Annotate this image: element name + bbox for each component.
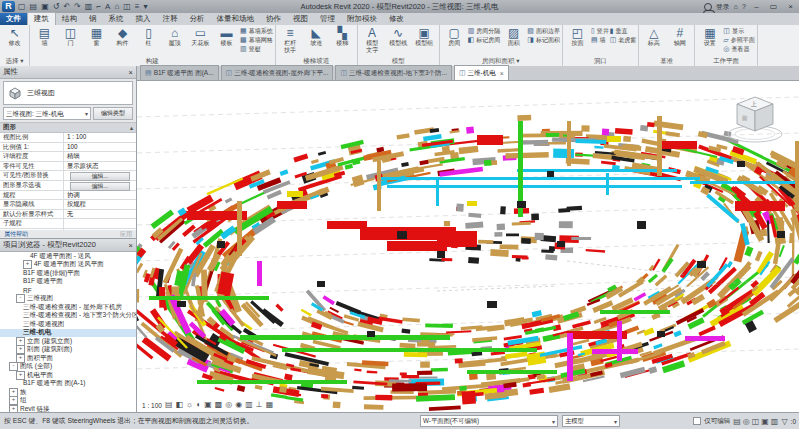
tool-button[interactable]: ▦设置 [697, 26, 722, 47]
ribbon-tab[interactable]: 修改 [383, 13, 410, 25]
minimize-button[interactable]: – [750, 0, 763, 13]
ribbon-tab[interactable]: 协作 [260, 13, 287, 25]
visual-style-icon[interactable]: ◧ [175, 400, 183, 410]
ribbon-tab[interactable]: 插入 [130, 13, 157, 25]
property-value[interactable]: 无 [64, 210, 136, 219]
view-cube[interactable]: 上 前 [723, 87, 787, 145]
detail-level-icon[interactable]: ▤ [165, 400, 173, 410]
property-value[interactable]: 显示原状态 [64, 162, 136, 171]
tool-button[interactable]: ◫门 [58, 26, 83, 47]
ribbon-panel-label[interactable]: 工作平面 [695, 55, 756, 66]
tool-button[interactable]: ▯竖井 [591, 27, 609, 35]
tool-button[interactable]: ◎查看器 [723, 45, 754, 53]
tool-button[interactable]: A模型 文字 [360, 26, 385, 53]
worksharing-display-icon[interactable]: ▦ [266, 400, 274, 410]
signin-button[interactable]: 登录 [716, 2, 730, 12]
property-value[interactable]: 100 [64, 143, 136, 152]
tool-button[interactable]: ▤墙 [591, 36, 609, 44]
ribbon-tab[interactable]: 体量和场地 [211, 13, 261, 25]
tool-button[interactable]: ▮垂直 [610, 27, 637, 35]
tree-item[interactable]: +剖面 (建筑剖面) [0, 346, 136, 355]
tree-item[interactable]: B1F 暖通平面 图(A-1) [0, 380, 136, 389]
tree-item[interactable]: B1F 暖通平面 [0, 278, 136, 287]
tool-button[interactable]: ↖修改 [2, 26, 27, 47]
tool-button[interactable]: ◣坡道 [304, 26, 329, 47]
ribbon-tab[interactable]: 分析 [184, 13, 211, 25]
view-tab[interactable]: ◫三维-暖通检查视图-屋外廊下平... [221, 65, 334, 80]
ribbon-tab[interactable]: 附加模块 [341, 13, 383, 25]
tool-button[interactable]: #轴网 [667, 26, 692, 47]
tool-button[interactable]: ≡栏杆 扶手 [278, 26, 303, 53]
tree-item[interactable]: +Revit 链接 [0, 405, 136, 412]
tree-item[interactable]: 三维-机电 [0, 329, 136, 338]
filter-icon[interactable]: ▽ [781, 417, 787, 426]
section-graphics[interactable]: 图形 [3, 123, 16, 132]
crop-view-icon[interactable]: ▣ [204, 400, 212, 410]
reveal-hidden-icon[interactable]: ◉ [235, 400, 242, 410]
tool-button[interactable]: ▧面积边界 [527, 27, 560, 35]
worksharing-display-icon[interactable]: ▤ [733, 417, 741, 426]
tool-button[interactable]: ◫老虎窗 [610, 36, 637, 44]
instance-selector[interactable]: 三维视图: 三维-机电▾ [3, 107, 91, 120]
tool-button[interactable]: ▤墙 [32, 26, 57, 47]
tree-item[interactable]: +4F 暖通平面图 送风平面 [0, 261, 136, 270]
shadows-icon[interactable]: ◐ [196, 400, 201, 410]
tool-button[interactable]: ▯柱 [136, 26, 161, 47]
tool-button[interactable]: ▩幕墙网格 [240, 36, 273, 44]
tree-item[interactable]: +面积平面 [0, 354, 136, 363]
tree-item[interactable]: -图纸 (全部) [0, 363, 136, 372]
ribbon-tab[interactable]: 注释 [157, 13, 184, 25]
tool-button[interactable]: ▣模型组 [412, 26, 437, 47]
tree-item[interactable]: +机电平面 [0, 371, 136, 380]
ribbon-tab[interactable]: 结构 [56, 13, 83, 25]
help-icon[interactable]: ? [742, 3, 746, 10]
show-crop-icon[interactable]: ▩ [215, 400, 223, 410]
tool-button[interactable]: ◧标记房间 [468, 36, 501, 44]
tree-item[interactable]: +族 [0, 388, 136, 397]
tool-button[interactable]: ◰按面 [565, 26, 590, 47]
tree-item[interactable]: RF [0, 286, 136, 295]
ribbon-tab[interactable]: 文件 [0, 13, 27, 25]
edit-button[interactable]: 编辑... [70, 172, 130, 181]
ribbon-panel-label[interactable]: 选择 ▾ [0, 55, 29, 66]
sun-path-icon[interactable]: ☼ [186, 400, 193, 410]
tree-item[interactable]: -三维视图 [0, 295, 136, 304]
select-pinned-icon[interactable]: ▣ [761, 417, 769, 426]
tool-button[interactable]: ▱参照平面 [723, 36, 754, 44]
editable-only-checkbox[interactable] [693, 417, 701, 425]
tool-button[interactable]: ◆构件 [110, 26, 135, 47]
tool-button[interactable]: ▥房间分隔 [468, 27, 501, 35]
ribbon-tab[interactable]: 系统 [103, 13, 130, 25]
drag-selection-icon[interactable]: ▥ [771, 417, 779, 426]
tool-button[interactable]: ▦幕墙系统 [240, 27, 273, 35]
tool-button[interactable]: ▢房间 [442, 26, 467, 47]
tool-button[interactable]: ▥竖梃 [240, 45, 273, 53]
tool-button[interactable]: ⌂屋顶 [162, 26, 187, 47]
property-value[interactable]: 1 : 100 [64, 133, 136, 142]
property-value[interactable]: 协调 [64, 191, 136, 200]
tree-item[interactable]: 三维-暖通视图 [0, 320, 136, 329]
property-value[interactable]: 按规程 [64, 200, 136, 209]
tool-button[interactable]: ◫显示 [723, 27, 754, 35]
tree-item[interactable]: +立面 (建筑立面) [0, 337, 136, 346]
view-tab-close-icon[interactable]: × [498, 70, 504, 77]
tree-item[interactable]: B1F 暖通(排烟)平面 [0, 269, 136, 278]
tree-item[interactable]: +组 [0, 397, 136, 406]
scale-button[interactable]: 1 : 100 [142, 402, 162, 409]
select-link-icon[interactable]: ◫ [752, 417, 760, 426]
model-canvas[interactable] [137, 81, 799, 412]
tool-button[interactable]: ∿模型线 [386, 26, 411, 47]
ribbon-tab[interactable]: 建筑 [27, 12, 56, 25]
close-button[interactable]: × [784, 0, 797, 13]
tool-button[interactable]: ▨面积 [501, 26, 526, 47]
view-tab[interactable]: ◫三维-暖通检查视图-地下室3个防... [335, 65, 452, 80]
tree-expander[interactable]: + [9, 405, 18, 412]
restore-button[interactable]: ▭ [767, 0, 780, 13]
ribbon-tab[interactable]: 视图 [287, 13, 314, 25]
temporary-hide-isolate-icon[interactable]: ◎ [225, 400, 232, 410]
tree-item[interactable]: 三维-暖通检查视图 - 屋外廊下机房 [0, 303, 136, 312]
edit-type-button[interactable]: 编辑类型 [93, 107, 133, 120]
background-process-icon[interactable]: ◎ [743, 417, 750, 426]
tool-button[interactable]: △标高 [641, 26, 666, 47]
store-icon[interactable]: ⌂ [734, 3, 738, 10]
